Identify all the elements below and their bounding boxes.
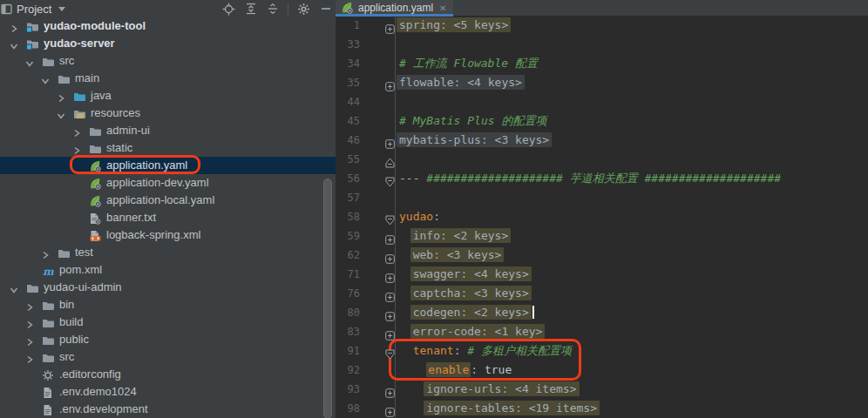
folded-region[interactable]: swagger: <4 keys> [410,266,532,281]
fold-open-icon[interactable] [385,212,395,222]
banner-file-icon [89,212,102,224]
fold-open-icon[interactable] [385,173,395,184]
fold-plus-icon[interactable] [385,288,395,299]
tree-item-src[interactable]: src [0,52,336,70]
hide-icon[interactable] [319,3,332,16]
fold-plus-icon[interactable] [385,384,395,394]
folded-region[interactable]: error-code: <1 key> [410,324,546,339]
collapse-all-icon[interactable] [266,3,279,16]
project-panel-header[interactable]: Project [0,0,336,17]
folded-region[interactable]: captcha: <3 keys> [410,286,532,300]
chevron-right-icon[interactable] [71,143,82,153]
chevron-down-icon[interactable] [58,7,65,11]
folded-region[interactable]: mybatis-plus: <3 keys> [397,132,552,147]
tree-item-test[interactable]: test [0,244,336,261]
folded-region[interactable]: info: <2 keys> [410,228,512,243]
code-line-76[interactable]: 76captcha: <3 keys> [336,284,868,303]
chevron-down-icon[interactable] [24,56,35,66]
tree-item-resources[interactable]: resources [0,104,336,122]
tree-item-admin-ui[interactable]: admin-ui [0,122,336,139]
chevron-right-icon[interactable] [56,91,66,101]
fold-plus-icon[interactable] [385,327,395,337]
code-line-92[interactable]: 92enable: true [336,361,868,380]
fold-top-icon[interactable] [385,154,395,165]
code-line-1[interactable]: 1spring: <5 keys> [336,16,868,35]
tree-item--env-development[interactable]: .env.development [0,401,336,418]
tree-item--editorconfig[interactable]: .editorconfig [0,366,336,383]
chevron-right-icon[interactable] [71,125,82,136]
chevron-right-icon[interactable] [24,317,35,327]
tree-item-src[interactable]: src [0,348,336,366]
tree-item-bin[interactable]: bin [0,296,336,314]
fold-plus-icon[interactable] [385,307,395,318]
spring-boot-config-icon [341,2,354,14]
code-line-98[interactable]: 98ignore-tables: <19 items> [336,399,868,418]
tree-item-yudao-ui-admin[interactable]: yudao-ui-admin [0,279,336,296]
code-line-91[interactable]: 91tenant: # 多租户相关配置项 [336,341,868,361]
code-line-80[interactable]: 80codegen: <2 keys> [336,303,868,322]
tree-item-label: pom.xml [59,261,102,279]
chevron-down-icon[interactable] [56,108,66,118]
code-line-34[interactable]: 34# 工作流 Flowable 配置 [336,54,868,73]
tree-item-pom-xml[interactable]: mpom.xml [0,261,336,279]
fold-plus-icon[interactable] [385,403,395,414]
fold-plus-icon[interactable] [385,269,395,280]
chevron-right-icon[interactable] [24,300,35,310]
folded-region[interactable]: web: <3 keys> [410,247,505,262]
code-line-33[interactable]: 33 [336,35,868,54]
tree-item-application-yaml[interactable]: application.yaml [0,157,336,174]
fold-plus-icon[interactable] [385,78,395,88]
folded-region[interactable]: ignore-urls: <4 items> [424,381,579,396]
code-line-55[interactable]: 55 [336,150,868,169]
chevron-down-icon[interactable] [9,282,19,293]
fold-plus-icon[interactable] [385,250,395,260]
chevron-right-icon[interactable] [40,247,51,258]
tab-application-yaml[interactable]: application.yaml ✕ [336,0,453,16]
fold-plus-icon[interactable] [385,20,395,30]
tree-item-static[interactable]: static [0,139,336,157]
tree-item-application-local-yaml[interactable]: application-local.yaml [0,192,336,209]
code-line-83[interactable]: 83error-code: <1 key> [336,322,868,341]
tree-item-logback-spring-xml[interactable]: logback-spring.xml [0,226,336,244]
chevron-right-icon[interactable] [9,21,19,31]
line-number: 76 [336,284,360,303]
code-editor[interactable]: 1spring: <5 keys>3334# 工作流 Flowable 配置35… [336,16,868,418]
tree-item-java[interactable]: java [0,87,336,104]
tree-item-public[interactable]: public [0,331,336,348]
expand-all-icon[interactable] [244,3,257,16]
tree-item--env-demo1024[interactable]: .env.demo1024 [0,383,336,401]
code-line-62[interactable]: 62web: <3 keys> [336,246,868,265]
settings-icon[interactable] [297,3,310,16]
tree-item-build[interactable]: build [0,314,336,331]
folded-region[interactable]: codegen: <2 keys> [410,305,532,320]
code-line-56[interactable]: 56--- #################### 芋道相关配置 ######… [336,169,868,188]
tree-scrollbar-thumb[interactable] [323,179,332,418]
tree-item-banner-txt[interactable]: banner.txt [0,209,336,226]
code-line-57[interactable]: 57 [336,188,868,207]
chevron-right-icon[interactable] [24,334,35,345]
tree-item-main[interactable]: main [0,70,336,87]
fold-plus-icon[interactable] [385,135,395,145]
code-line-44[interactable]: 44 [336,92,868,111]
locate-icon[interactable] [222,3,235,16]
code-line-59[interactable]: 59info: <2 keys> [336,226,868,246]
tree-item-label: application-dev.yaml [106,174,209,192]
fold-open-icon[interactable] [385,346,395,356]
tree-item-yudao-module-tool[interactable]: yudao-module-tool [0,17,336,35]
close-icon[interactable]: ✕ [439,3,446,13]
fold-plus-icon[interactable] [385,231,395,241]
code-line-93[interactable]: 93ignore-urls: <4 items> [336,380,868,399]
tree-item-application-dev-yaml[interactable]: application-dev.yaml [0,174,336,192]
chevron-down-icon[interactable] [40,73,51,84]
tree-item-yudao-server[interactable]: yudao-server [0,35,336,52]
code-line-45[interactable]: 45# MyBatis Plus 的配置项 [336,111,868,131]
chevron-down-icon[interactable] [9,38,19,49]
code-line-58[interactable]: 58yudao: [336,207,868,226]
code-line-46[interactable]: 46mybatis-plus: <3 keys> [336,131,868,150]
code-line-35[interactable]: 35flowable: <4 keys> [336,73,868,92]
folded-region[interactable]: flowable: <4 keys> [397,75,525,90]
folded-region[interactable]: spring: <5 keys> [397,17,511,32]
chevron-right-icon[interactable] [24,352,35,362]
folded-region[interactable]: ignore-tables: <19 items> [424,401,600,415]
code-line-71[interactable]: 71swagger: <4 keys> [336,265,868,284]
